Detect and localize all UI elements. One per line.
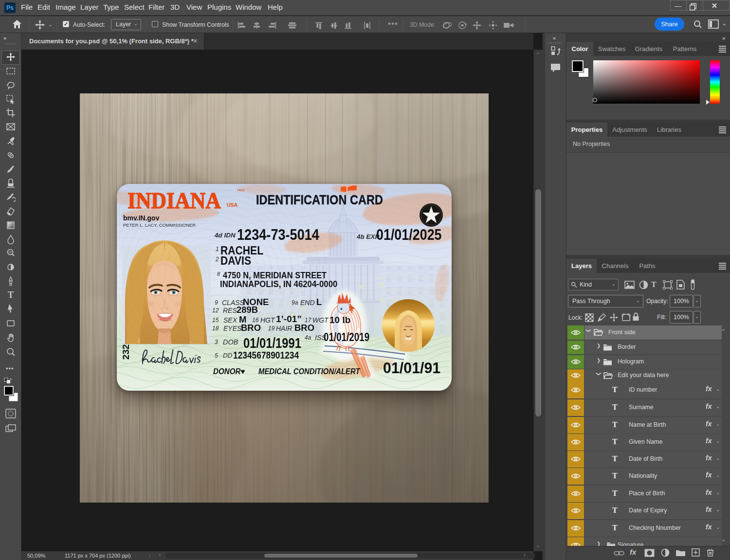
svg-text:T: T bbox=[8, 290, 14, 300]
